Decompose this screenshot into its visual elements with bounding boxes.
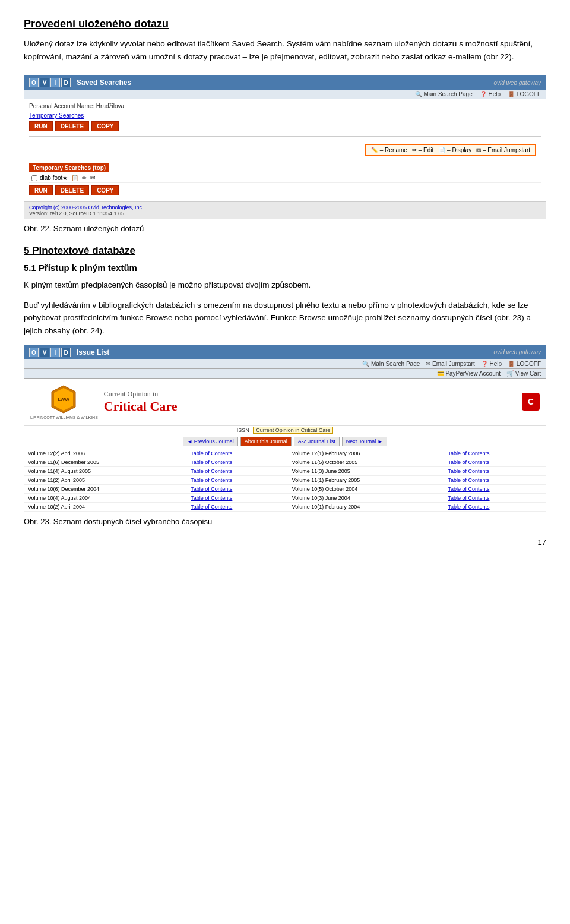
main-search-page-link[interactable]: 🔍 Main Search Page xyxy=(415,91,473,97)
issue-toc-left[interactable]: Table of Contents xyxy=(187,458,288,466)
mail-icon[interactable]: ✉ xyxy=(90,175,95,181)
delete-button-2[interactable]: DELETE xyxy=(55,185,89,195)
toc-link-right[interactable]: Table of Contents xyxy=(448,486,490,492)
copy-icon[interactable]: 📋 xyxy=(71,175,78,181)
toc-link-left[interactable]: Table of Contents xyxy=(191,468,232,474)
issue-vol-left: Volume 12(2) April 2006 xyxy=(24,449,187,458)
il-main-search-link[interactable]: 🔍 Main Search Page xyxy=(362,361,420,367)
edit-action[interactable]: ✏ – Edit xyxy=(412,147,433,153)
toc-link-right[interactable]: Table of Contents xyxy=(448,450,490,456)
section-text-1: K plným textům předplacených časopisů je… xyxy=(24,279,546,292)
temp-searches-link[interactable]: Temporary Searches xyxy=(29,112,84,119)
il-help-link[interactable]: ❓ Help xyxy=(481,361,502,367)
logoff-link[interactable]: 🚪 LOGOFF xyxy=(508,91,541,97)
next-journal-pill[interactable]: Next Journal ► xyxy=(342,437,387,446)
pencil-icon[interactable]: ✏ xyxy=(82,175,87,181)
il-viewcart-link[interactable]: 🛒 View Cart xyxy=(506,370,541,377)
copy-button-1[interactable]: COPY xyxy=(91,121,119,131)
issue-toc-left[interactable]: Table of Contents xyxy=(187,475,288,484)
toc-link-right[interactable]: Table of Contents xyxy=(448,459,490,465)
issue-toc-left[interactable]: Table of Contents xyxy=(187,493,288,502)
search-item-text: diab foot xyxy=(40,175,62,181)
ss-content-area: Personal Account Name: Hradžilova Tempor… xyxy=(24,99,546,201)
il-logo-o: O xyxy=(29,348,39,357)
issue-toc-right[interactable]: Table of Contents xyxy=(445,466,546,475)
toc-link-right[interactable]: Table of Contents xyxy=(448,468,490,474)
issue-vol-right: Volume 11(3) June 2005 xyxy=(289,466,445,475)
issue-toc-right[interactable]: Table of Contents xyxy=(445,484,546,493)
run-button-1[interactable]: RUN xyxy=(29,121,53,131)
toc-link-left[interactable]: Table of Contents xyxy=(191,477,232,483)
logo-d: D xyxy=(61,78,71,87)
chapter-5-heading: 5 Plnotextové databáze xyxy=(24,245,546,257)
search-item-checkbox[interactable] xyxy=(31,175,37,181)
il-payper-link[interactable]: 💳 PayPerView Account xyxy=(437,370,501,377)
toc-link-right[interactable]: Table of Contents xyxy=(448,495,490,501)
display-action[interactable]: 📄 – Display xyxy=(438,147,471,153)
temp-searches-header: Temporary Searches (top) xyxy=(29,163,109,172)
toc-link-right[interactable]: Table of Contents xyxy=(448,477,490,483)
journal-title: Critical Care xyxy=(104,399,516,414)
divider-1 xyxy=(29,136,541,137)
issue-vol-left: Volume 10(6) December 2004 xyxy=(24,484,187,493)
issue-row: Volume 10(4) August 2004 Table of Conten… xyxy=(24,493,546,502)
publisher-logo: LWW LIPPINCOTT WILLIAMS & WILKINS xyxy=(30,384,98,420)
issue-toc-right[interactable]: Table of Contents xyxy=(445,475,546,484)
journal-name: Current Opinion in xyxy=(104,390,516,399)
ss-footer: Copyright (c) 2000-2005 Ovid Technologie… xyxy=(24,201,546,219)
intro-text: Uložený dotaz lze kdykoliv vyvolat nebo … xyxy=(24,37,546,63)
toc-link-left[interactable]: Table of Contents xyxy=(191,459,232,465)
page-number: 17 xyxy=(24,538,546,547)
il-logoff-link[interactable]: 🚪 LOGOFF xyxy=(508,361,541,367)
version-text: Version: rel12.0, SourceID 1.11354.1.65 xyxy=(29,210,541,216)
section-text-2: Buď vyhledáváním v bibliografických data… xyxy=(24,299,546,338)
ovid-gateway-label: ovid web gateway xyxy=(494,80,542,86)
issue-vol-left: Volume 11(2) April 2005 xyxy=(24,475,187,484)
prev-journal-pill[interactable]: ◄ Previous Journal xyxy=(183,437,238,446)
section-51-heading: 5.1 Přístup k plným textům xyxy=(24,263,546,273)
toc-link-left[interactable]: Table of Contents xyxy=(191,450,232,456)
toc-link-left[interactable]: Table of Contents xyxy=(191,486,232,492)
issue-toc-right[interactable]: Table of Contents xyxy=(445,502,546,511)
journal-nav-pills[interactable]: ◄ Previous Journal About this Journal A-… xyxy=(24,434,546,449)
issue-table: Volume 12(2) April 2006 Table of Content… xyxy=(24,449,546,512)
ovid-logo: O V I D Saved Searches xyxy=(29,78,131,87)
issue-vol-right: Volume 12(1) February 2006 xyxy=(289,449,445,458)
toc-link-left[interactable]: Table of Contents xyxy=(191,504,232,510)
delete-button-1[interactable]: DELETE xyxy=(55,121,89,131)
run-button-2[interactable]: RUN xyxy=(29,185,53,195)
screenshot-title: Saved Searches xyxy=(77,78,131,87)
issue-toc-right[interactable]: Table of Contents xyxy=(445,493,546,502)
il-email-link[interactable]: ✉ Email Jumpstart xyxy=(426,361,474,367)
logo-v: V xyxy=(40,78,49,87)
copyright-link[interactable]: Copyright (c) 2000-2005 Ovid Technologie… xyxy=(29,204,143,210)
about-journal-pill[interactable]: About this Journal xyxy=(240,437,292,446)
caption-22: Obr. 22. Seznam uložených dotazů xyxy=(24,224,546,233)
il-top-nav-2[interactable]: 💳 PayPerView Account 🛒 View Cart xyxy=(24,369,546,379)
issue-toc-left[interactable]: Table of Contents xyxy=(187,484,288,493)
top-nav-bar[interactable]: 🔍 Main Search Page ❓ Help 🚪 LOGOFF xyxy=(24,90,546,99)
rename-action[interactable]: ✏️ – Rename xyxy=(371,147,407,153)
issue-toc-right[interactable]: Table of Contents xyxy=(445,449,546,458)
toc-link-left[interactable]: Table of Contents xyxy=(191,495,232,501)
action-area: ✏️ – Rename ✏ – Edit 📄 – Display ✉ – Ema… xyxy=(29,141,541,159)
email-action[interactable]: ✉ – Email Jumpstart xyxy=(476,147,530,153)
issn-label: ISSN xyxy=(237,427,249,433)
il-ovid-logo: O V I D Issue List xyxy=(29,348,109,357)
az-journal-pill[interactable]: A-Z Journal List xyxy=(294,437,340,446)
toc-link-right[interactable]: Table of Contents xyxy=(448,504,490,510)
publisher-logo-svg: LWW xyxy=(50,384,77,414)
issue-toc-right[interactable]: Table of Contents xyxy=(445,458,546,466)
il-gateway-label: ovid web gateway xyxy=(494,349,542,355)
issue-toc-left[interactable]: Table of Contents xyxy=(187,449,288,458)
issue-row: Volume 10(6) December 2004 Table of Cont… xyxy=(24,484,546,493)
issue-toc-left[interactable]: Table of Contents xyxy=(187,502,288,511)
il-logo-i: I xyxy=(50,348,60,357)
issue-toc-left[interactable]: Table of Contents xyxy=(187,466,288,475)
issue-row: Volume 11(6) December 2005 Table of Cont… xyxy=(24,458,546,466)
help-link[interactable]: ❓ Help xyxy=(480,91,501,97)
star-icon[interactable]: ★ xyxy=(62,175,68,181)
il-top-nav-1[interactable]: 🔍 Main Search Page ✉ Email Jumpstart ❓ H… xyxy=(24,359,546,369)
issue-row: Volume 11(4) August 2005 Table of Conten… xyxy=(24,466,546,475)
copy-button-2[interactable]: COPY xyxy=(91,185,119,195)
